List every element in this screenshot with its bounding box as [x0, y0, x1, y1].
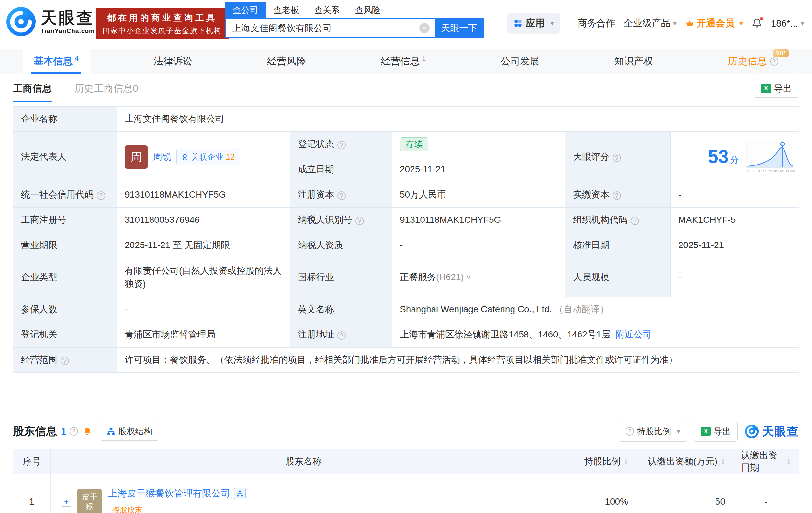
equity-structure-icon[interactable] — [234, 488, 246, 500]
col-subscribed-amount[interactable]: 认缴出资额(万元) ▲▼ — [636, 449, 733, 474]
search-box: × 天眼一下 — [225, 19, 484, 38]
help-icon[interactable]: ? — [61, 357, 69, 365]
export-button[interactable]: X 导出 — [754, 79, 799, 98]
account-phone: 186*... — [771, 18, 798, 29]
search-tab-boss[interactable]: 查老板 — [266, 2, 307, 19]
tianyancha-logo-icon — [745, 424, 759, 438]
expand-icon[interactable]: + — [61, 497, 71, 507]
export-button[interactable]: X 导出 — [694, 421, 737, 442]
org-code-label: 组织机构代码? — [565, 208, 670, 233]
tab-intellectual-property[interactable]: 知识产权 — [603, 49, 664, 74]
nearby-companies-link[interactable]: 附近公司 — [615, 330, 652, 339]
reg-address-value: 上海市青浦区徐泾镇谢卫路1458、1460、1462号1层 附近公司 — [392, 322, 799, 347]
industry-value: 正餐服务(H621)˅ — [392, 258, 565, 297]
banner-line1: 都在用的商业查询工具 — [103, 12, 222, 24]
table-row: 统一社会信用代码? 91310118MAK1CHYF5G 注册资本? 50万人民… — [13, 182, 799, 208]
open-vip-menu[interactable]: 开通会员 ▾ — [685, 17, 743, 30]
score-chart: 0 1 3 15 50 85 97 99 100 — [746, 139, 795, 175]
search-tab-relation[interactable]: 查关系 — [307, 2, 347, 19]
shareholder-no: 1 — [13, 474, 51, 513]
search-button[interactable]: 天眼一下 — [435, 19, 483, 37]
chevron-down-icon[interactable]: ˅ — [467, 273, 471, 282]
help-icon[interactable]: ? — [355, 217, 364, 225]
search-tab-risk[interactable]: 查风险 — [347, 2, 388, 19]
help-icon[interactable]: ? — [337, 191, 346, 200]
equity-structure-icon — [107, 427, 115, 436]
tianyancha-company-page: { "header": { "logo": {"title": "天眼查", "… — [0, 0, 812, 513]
col-ratio[interactable]: 持股比例 ▲▼ — [557, 449, 636, 474]
tab-operating-risk[interactable]: 经营风险 — [256, 49, 317, 74]
col-no: 序号 — [13, 449, 51, 474]
promo-banner[interactable]: 都在用的商业查询工具 国家中小企业发展子基金旗下机构 — [95, 8, 229, 39]
table-row: 企业类型 有限责任公司(自然人投资或控股的法人独资) 国标行业 正餐服务(H62… — [13, 258, 799, 297]
legal-rep-value: 周 周锐 关联企业 12 — [117, 132, 290, 182]
help-icon[interactable]: ? — [97, 191, 105, 200]
org-code-value: MAK1CHYF-5 — [670, 208, 799, 233]
svg-text:0: 0 — [747, 169, 748, 173]
sort-icon[interactable]: ▲▼ — [786, 458, 791, 465]
help-icon[interactable]: ? — [337, 331, 346, 340]
tax-qualification-label: 纳税人资质 — [290, 233, 392, 258]
apps-label: 应用 — [526, 17, 545, 30]
subtab-history-registration[interactable]: 历史工商信息0 — [75, 75, 138, 102]
subtab-business-registration[interactable]: 工商信息 — [13, 75, 52, 102]
tab-legal-proceedings[interactable]: 法律诉讼 — [142, 49, 203, 74]
reg-status-value: 存续 — [392, 132, 565, 157]
top-bar: 天眼查 TianYanCha.com 都在用的商业查询工具 国家中小企业发展子基… — [0, 0, 812, 49]
search-tab-company[interactable]: 查公司 — [225, 2, 266, 19]
score-unit: 分 — [730, 155, 738, 165]
table-row: 参保人数 - 英文名称 Shanghai Wenjiage Catering C… — [13, 297, 799, 322]
score-label: 天眼评分? — [565, 132, 670, 182]
subscribe-bell-icon[interactable] — [83, 427, 92, 436]
vip-label: 开通会员 — [697, 17, 734, 30]
ratio-filter-dropdown[interactable]: ? 持股比例 ▾ — [619, 421, 687, 442]
help-icon[interactable]: ? — [337, 141, 346, 149]
apps-menu[interactable]: 应用 ▾ — [507, 13, 560, 34]
shareholder-avatar[interactable]: 皮干 猴 — [77, 489, 102, 513]
table-row: 工商注册号 310118005376946 纳税人识别号? 91310118MA… — [13, 208, 799, 233]
help-icon[interactable]: ? — [613, 153, 621, 162]
enterprise-products-menu[interactable]: 企业级产品 ▾ — [624, 17, 677, 30]
legal-rep-avatar[interactable]: 周 — [125, 145, 148, 169]
svg-text:97: 97 — [780, 169, 784, 173]
equity-structure-button[interactable]: 股权结构 — [100, 422, 159, 441]
legal-rep-link[interactable]: 周锐 — [153, 150, 171, 164]
sort-icon[interactable]: ▲▼ — [624, 458, 628, 465]
tax-qualification-value: - — [392, 233, 565, 258]
help-icon[interactable]: ? — [770, 57, 778, 66]
company-type-label: 企业类型 — [13, 258, 117, 297]
caret-down-icon: ▾ — [550, 19, 554, 28]
reg-capital-label: 注册资本? — [290, 182, 392, 208]
tax-id-value: 91310118MAK1CHYF5G — [392, 208, 565, 233]
tax-id-label: 纳税人识别号? — [290, 208, 392, 233]
tab-company-development[interactable]: 公司发展 — [490, 49, 550, 74]
tianyancha-logo[interactable]: 天眼查 TianYanCha.com — [6, 6, 95, 37]
help-icon[interactable]: ? — [69, 427, 78, 436]
insured-count-value: - — [117, 297, 290, 322]
account-menu[interactable]: 186*... ▾ — [771, 18, 804, 29]
insured-count-label: 参保人数 — [13, 297, 117, 322]
help-icon[interactable]: ? — [631, 217, 639, 225]
search-input[interactable] — [226, 23, 419, 33]
tab-label: 知识产权 — [614, 55, 653, 68]
status-badge: 存续 — [400, 137, 428, 151]
tab-basic-info[interactable]: 基本信息 4 — [23, 49, 90, 74]
shareholder-row: 1 + 皮干 猴 上海皮干猴餐饮管理有限公司 — [13, 474, 799, 513]
export-label: 导出 — [774, 83, 792, 94]
tab-badge: 4 — [75, 54, 79, 62]
help-icon[interactable]: ? — [613, 191, 621, 200]
business-term-label: 营业期限 — [13, 233, 117, 258]
reg-status-label: 登记状态? — [290, 132, 392, 157]
shareholder-ratio: 100% — [557, 474, 636, 513]
notification-bell[interactable] — [751, 18, 762, 29]
search-clear-icon[interactable]: × — [419, 23, 430, 33]
tab-history-info[interactable]: VIP 历史信息 ? — [717, 49, 789, 74]
shareholder-company-link[interactable]: 上海皮干猴餐饮管理有限公司 — [108, 487, 230, 500]
business-cooperation-link[interactable]: 商务合作 — [578, 17, 615, 30]
col-subscribed-date[interactable]: 认缴出资日期 ▲▼ — [733, 449, 799, 474]
sort-icon[interactable]: ▲▼ — [721, 458, 725, 465]
related-label: 关联企业 — [191, 151, 223, 163]
score-number-block: 53分 — [708, 147, 738, 167]
tab-business-info[interactable]: 经营信息 1 — [370, 49, 437, 74]
related-companies-badge[interactable]: 关联企业 12 — [176, 149, 239, 165]
